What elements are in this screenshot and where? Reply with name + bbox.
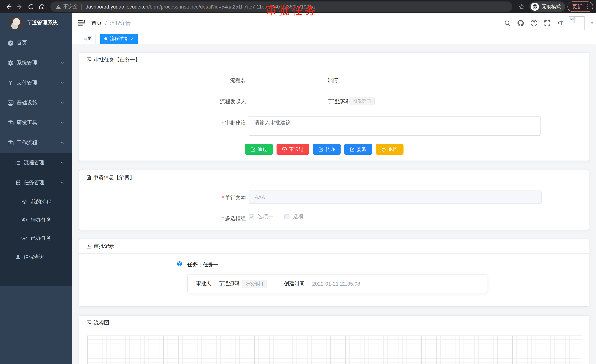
apply-info-card: 申请信息【滔博】 *单行文本 AAA *多选框组 选项一 选项二 [79, 170, 589, 230]
apply-card-header: 申请信息【滔博】 [79, 170, 589, 185]
process-diagram-card: 流程图 [79, 315, 589, 364]
breadcrumb-separator: / [105, 20, 107, 26]
initiator-value: 芋道源码 [328, 98, 348, 105]
pass-button[interactable]: 通过 [245, 144, 273, 155]
initiator-label: 流程发起人 [194, 98, 246, 105]
incognito-label: 无痕模式 [542, 3, 561, 10]
approver-dept-tag: 研发部门 [242, 279, 267, 288]
sidebar-item-devtools[interactable]: 研发工具 [0, 113, 72, 133]
caret-down-icon[interactable]: ▾ [591, 21, 593, 26]
tab-home[interactable]: 首页 [79, 34, 96, 44]
undo-icon [381, 147, 386, 152]
header-actions: TT ▾ [504, 13, 593, 33]
process-name-value: 滔博 [328, 77, 338, 84]
browser-toolbar: 不安全 dashboard.yudao.iocoder.cn /bpm/proc… [0, 0, 596, 13]
url-host: dashboard.yudao.iocoder.cn [86, 4, 148, 9]
sidebar-item-process-mgmt[interactable]: 流程管理 [0, 153, 72, 173]
edit-icon [318, 147, 323, 152]
delegate-button[interactable]: 委派 [344, 144, 372, 155]
update-button[interactable]: 更新 ⋮ [567, 1, 593, 12]
avatar[interactable] [569, 16, 585, 30]
approve-actions: 通过 不通过 转办 委派 退回 [245, 144, 403, 155]
process-name-label: 流程名 [194, 77, 246, 84]
eye-closed-icon [21, 235, 27, 241]
sidebar-item-pay[interactable]: ¥ 支付管理 [0, 73, 72, 93]
checkbox-option2 [284, 214, 290, 219]
font-size-icon[interactable]: TT [557, 20, 563, 26]
list-tree-icon [15, 160, 21, 166]
tab-process-detail[interactable]: 流程详情 × [100, 34, 138, 44]
sidebar-collapse-icon[interactable] [78, 19, 85, 27]
approval-records-card: 审批记录 任务：任务一 审批人： 芋道源码 研发部门 创建时间： 2022-01… [79, 239, 589, 307]
transfer-button[interactable]: 转办 [313, 144, 341, 155]
sidebar-item-done-tasks[interactable]: 已办任务 [0, 229, 72, 247]
close-icon[interactable]: × [131, 36, 134, 41]
sidebar-item-system[interactable]: 系统管理 [0, 53, 72, 73]
timeline-clock-icon [177, 261, 182, 266]
suggest-textarea[interactable] [249, 116, 541, 136]
app-logo-row[interactable]: 芋道管理系统 [0, 13, 72, 33]
app-logo [10, 17, 22, 29]
home-icon[interactable] [36, 1, 47, 12]
chevron-down-icon [60, 121, 64, 124]
help-icon[interactable] [530, 20, 537, 27]
chevron-down-icon [60, 61, 64, 64]
back-icon[interactable] [3, 1, 14, 12]
breadcrumb-current: 流程详情 [110, 20, 131, 26]
browser-menu-icon[interactable]: ⋮ [585, 3, 590, 10]
toolbox-icon [7, 140, 14, 146]
sidebar-item-task-mgmt[interactable]: 任务管理 [0, 173, 72, 193]
github-icon[interactable] [517, 20, 524, 27]
sidebar-item-workflow[interactable]: 工作流程 [0, 133, 72, 153]
main-content: 审批任务【任务一】 流程名 滔博 流程发起人 芋道源码 研发部门 *审批建议 通… [72, 45, 596, 364]
bpmn-canvas-grid[interactable] [87, 335, 582, 364]
approve-task-card: 审批任务【任务一】 流程名 滔博 流程发起人 芋道源码 研发部门 *审批建议 通… [79, 52, 589, 161]
reject-button[interactable]: 不通过 [276, 144, 309, 155]
sidebar-item-leave-query[interactable]: 请假查询 [0, 247, 72, 267]
initiator-dept-tag: 研发部门 [350, 97, 375, 105]
robot-icon [21, 199, 27, 205]
record-task-title: 任务：任务一 [187, 262, 218, 268]
app-title: 芋道管理系统 [27, 20, 58, 26]
checkbox-option2-label: 选项二 [293, 213, 309, 220]
return-button[interactable]: 退回 [376, 144, 403, 155]
dashboard-icon [7, 40, 14, 46]
forward-icon[interactable] [14, 1, 25, 12]
diagram-card-title: 流程图 [94, 320, 109, 326]
circle-close-icon [282, 147, 287, 152]
update-label: 更新 [572, 3, 582, 10]
yen-icon: ¥ [7, 80, 14, 86]
breadcrumb-home[interactable]: 首页 [91, 20, 102, 26]
sidebar-item-my-process[interactable]: 我的流程 [0, 193, 72, 211]
security-label[interactable]: 不安全 [63, 3, 78, 10]
sidebar-item-todo-tasks[interactable]: 待办任务 [0, 211, 72, 229]
diagram-card-header: 流程图 [79, 316, 589, 330]
checkbox-option1-label: 选项一 [258, 213, 273, 220]
breadcrumb: 首页 / 流程详情 [91, 13, 131, 33]
record-detail-card: 审批人： 芋道源码 研发部门 创建时间： 2022-01-21 22:35:08 [187, 275, 487, 293]
incognito-icon [531, 3, 539, 11]
chevron-up-icon [60, 181, 64, 184]
chevron-down-icon [60, 81, 64, 84]
edit-icon [350, 147, 355, 152]
edit-icon [251, 147, 255, 152]
text-field-input: AAA [249, 190, 542, 204]
fullscreen-icon[interactable] [544, 20, 551, 27]
checkbox-option1 [249, 214, 254, 219]
bookmark-star-icon[interactable] [516, 1, 527, 12]
search-icon[interactable] [504, 20, 511, 26]
sidebar-item-home[interactable]: 首页 [0, 33, 72, 53]
url-bar[interactable]: 不安全 dashboard.yudao.iocoder.cn /bpm/proc… [50, 1, 512, 12]
reload-icon[interactable] [25, 1, 36, 12]
incognito-badge: 无痕模式 [529, 1, 565, 12]
sidebar-item-infra[interactable]: 基础设施 [0, 93, 72, 113]
approve-card-header: 审批任务【任务一】 [79, 52, 589, 67]
active-tab-dot [104, 37, 107, 40]
created-time-label: 创建时间： [284, 280, 310, 287]
page-header: 首页 / 流程详情 TT ▾ [72, 13, 596, 33]
chevron-down-icon [60, 161, 64, 164]
picture-icon [87, 244, 91, 248]
user-icon [15, 254, 21, 260]
document-icon [87, 175, 91, 180]
suggest-label: *审批建议 [194, 120, 246, 126]
